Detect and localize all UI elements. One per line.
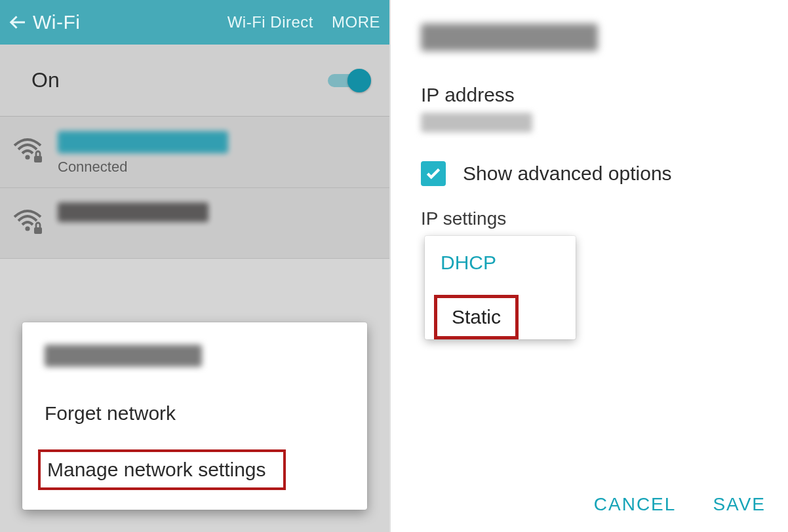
check-icon — [425, 165, 442, 182]
save-button[interactable]: SAVE — [713, 494, 766, 515]
svg-rect-1 — [34, 156, 42, 162]
svg-rect-3 — [34, 227, 42, 234]
ip-option-dhcp[interactable]: DHCP — [425, 236, 576, 290]
ip-option-static[interactable]: Static — [434, 295, 566, 339]
forget-network-option[interactable]: Forget network — [22, 390, 367, 436]
network-name-redacted — [58, 131, 228, 153]
wifi-locked-icon — [12, 206, 43, 238]
ip-settings-dropdown: DHCP Static — [425, 236, 576, 339]
popup-network-name-redacted — [45, 345, 202, 367]
network-context-popup: Forget network Manage network settings — [22, 322, 367, 510]
manage-network-settings-label: Manage network settings — [47, 459, 266, 480]
arrow-left-icon — [9, 12, 28, 32]
dialog-network-name-redacted — [421, 24, 598, 51]
wifi-toggle-switch[interactable] — [328, 69, 371, 92]
ip-address-value-redacted — [421, 113, 532, 132]
network-status: Connected — [58, 159, 378, 176]
svg-point-2 — [25, 226, 30, 231]
ip-settings-label: IP settings — [421, 208, 775, 229]
ip-address-label: IP address — [421, 84, 775, 106]
header-title: Wi-Fi — [33, 11, 80, 33]
cancel-button[interactable]: CANCEL — [594, 494, 677, 515]
manage-network-settings-option[interactable]: Manage network settings — [38, 449, 351, 490]
manage-network-dialog: IP address Show advanced options IP sett… — [391, 0, 788, 532]
show-advanced-label: Show advanced options — [463, 162, 672, 185]
more-button[interactable]: MORE — [332, 13, 380, 31]
back-button[interactable] — [4, 8, 33, 37]
network-name-redacted — [58, 202, 208, 222]
wifi-header: Wi-Fi Wi-Fi Direct MORE — [0, 0, 389, 45]
svg-point-0 — [25, 155, 30, 159]
wifi-toggle-label: On — [31, 68, 60, 92]
wifi-locked-icon — [12, 135, 43, 166]
wifi-settings-screen: Wi-Fi Wi-Fi Direct MORE On — [0, 0, 391, 532]
network-list: Connected — [0, 117, 389, 259]
show-advanced-row[interactable]: Show advanced options — [421, 161, 775, 186]
wifi-toggle-row[interactable]: On — [0, 45, 389, 117]
network-item-connected[interactable]: Connected — [0, 117, 389, 188]
show-advanced-checkbox[interactable] — [421, 161, 446, 186]
network-item[interactable] — [0, 188, 389, 259]
wifi-direct-button[interactable]: Wi-Fi Direct — [227, 13, 313, 31]
